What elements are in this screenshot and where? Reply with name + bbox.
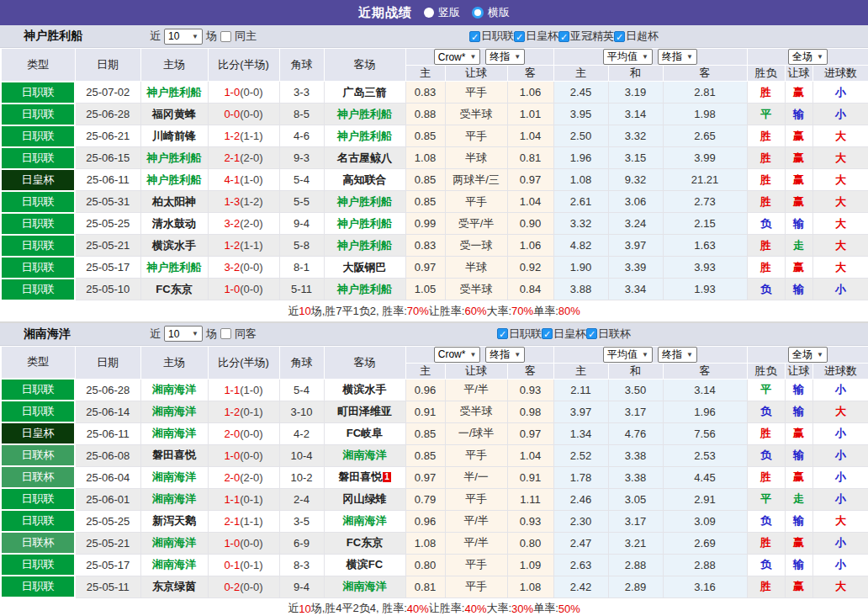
radio-vertical-label: 竖版 [438,5,460,20]
result-goals: 小 [812,444,868,466]
fullmatch-select[interactable]: 全场▼ [788,347,828,363]
halftime-score: (0-0) [240,86,262,98]
result-goals: 大 [812,125,868,147]
chevron-down-icon: ▼ [817,53,823,61]
odds-time-select[interactable]: 终指▼ [485,49,525,65]
match-date: 25-06-21 [75,125,140,147]
halftime-score: (0-1) [240,493,262,506]
league-checkbox[interactable]: ✓ [558,31,569,42]
league-checkbox[interactable]: ✓ [514,31,525,42]
match-row: 日职联25-06-21川崎前锋1-2(1-1)4-6神户胜利船0.85平手1.0… [1,125,868,147]
odds-company-select[interactable]: Crow*▼ [434,49,481,65]
avg-draw-odds: 3.39 [608,257,663,279]
result-outcome: 胜 [747,147,785,169]
home-team: 新泻天鹅 [140,510,208,532]
odds-time-select[interactable]: 终指▼ [485,347,525,363]
result-goals: 大 [812,235,868,257]
match-row: 日联杯25-06-04湘南海洋2-0(2-0)10-2磐田喜悦10.97半/一0… [1,466,868,488]
league-checkbox[interactable]: ✓ [586,328,597,339]
league-checkbox[interactable]: ✓ [614,31,625,42]
result-select-group: 全场▼ [747,49,868,66]
home-team: FC东京 [140,279,208,300]
match-date: 25-06-08 [75,444,140,466]
home-team: 湘南海洋 [140,379,208,401]
result-goals: 大 [812,401,868,422]
fulltime-score: 1-2 [224,239,240,252]
summary-text: 40% [407,603,429,615]
corners: 5-11 [279,279,324,300]
corners: 9-3 [279,147,324,169]
match-row: 日职联25-05-25清水鼓动3-2(2-0)9-4神户胜利船0.99受平/半0… [1,213,868,235]
odds-company-select[interactable]: Crow*▼ [434,347,481,363]
away-team: 磐田喜悦1 [324,466,405,488]
fulltime-score: 1-0 [224,283,240,295]
fulltime-score: 2-0 [224,471,240,484]
match-type-badge: 日联杯 [1,466,75,488]
fullmatch-select[interactable]: 全场▼ [788,49,828,65]
summary-text: 大率: [486,601,511,616]
avg-home-odds: 2.50 [553,125,608,147]
league-checkbox[interactable]: ✓ [469,31,480,42]
avg-away-odds: 2.53 [663,444,747,466]
match-row: 日职联25-05-25新泻天鹅2-1(1-1)3-5湘南海洋0.96平/半0.9… [1,510,868,532]
fulltime-score: 3-2 [224,261,240,273]
handicap-home-odds: 0.96 [405,379,445,401]
match-date: 25-06-14 [75,401,140,422]
match-type-badge: 日职联 [1,191,75,213]
col-header-corner: 角球 [279,49,324,82]
summary-text: 单率: [533,304,558,319]
fulltime-score: 2-1 [224,151,240,164]
corners: 5-4 [279,379,324,401]
avg-company-select[interactable]: 平均值▼ [603,49,653,65]
handicap-away-odds: 1.08 [507,576,553,597]
handicap-away-odds: 0.81 [507,147,553,169]
match-score: 3-2(0-0) [208,257,279,279]
col-header-avg-away: 客 [663,363,747,379]
avg-away-odds: 2.69 [663,532,747,554]
filter-controls: 近 10▼ 场 同主 ✓日职联✓日皇杯✓亚冠精英✓日超杯 [150,29,868,45]
recent-count-select[interactable]: 10▼ [164,29,203,45]
same-venue-checkbox[interactable] [220,31,231,42]
match-type-badge: 日职联 [1,401,75,422]
radio-horizontal[interactable]: 横版 [472,5,510,20]
corners: 5-5 [279,191,324,213]
handicap-line: 受一球 [445,235,507,257]
summary-text: 10 [299,305,310,317]
avg-away-odds: 3.99 [663,147,747,169]
recent-count-select[interactable]: 10▼ [164,326,203,342]
avg-away-odds: 1.96 [663,401,747,422]
handicap-home-odds: 0.83 [405,82,445,104]
match-type-badge: 日职联 [1,257,75,279]
match-score: 1-1(1-0) [208,379,279,401]
home-team: 湘南海洋 [140,422,208,444]
result-goals: 小 [812,422,868,444]
avg-company-select[interactable]: 平均值▼ [603,347,653,363]
same-venue-checkbox[interactable] [220,328,231,339]
same-venue-label: 同客 [235,327,257,342]
recent-count-value: 10 [168,328,179,340]
chevron-down-icon: ▼ [642,53,648,61]
summary-text: 单率: [533,601,558,616]
league-checkbox[interactable]: ✓ [497,328,508,339]
avg-time-select[interactable]: 终指▼ [658,49,697,65]
match-date: 25-05-31 [75,191,140,213]
match-row: 日联杯25-05-21湘南海洋1-0(0-0)6-9FC东京1.08平/半0.8… [1,532,868,554]
match-row: 日职联25-06-15神户胜利船2-1(2-0)9-3名古屋鲸八1.08半球0.… [1,147,868,169]
summary-text: 30% [511,603,533,615]
league-filter: ✓日职联 [469,29,514,44]
radio-horizontal-icon[interactable] [472,7,484,19]
away-team: 横滨FC [324,554,405,576]
handicap-away-odds: 0.90 [507,213,553,235]
handicap-home-odds: 0.85 [405,169,445,191]
avg-away-odds: 21.21 [663,169,747,191]
league-checkbox[interactable]: ✓ [542,328,553,339]
league-label: 日皇杯 [553,327,586,342]
radio-vertical[interactable]: 竖版 [424,5,460,20]
corners: 3-10 [279,401,324,422]
col-header-date: 日期 [75,49,140,82]
corners: 10-2 [279,466,324,488]
layout-radio-group: 竖版 横版 [424,5,510,20]
radio-vertical-icon[interactable] [424,8,434,18]
corners: 6-9 [279,532,324,554]
avg-time-select[interactable]: 终指▼ [658,347,697,363]
